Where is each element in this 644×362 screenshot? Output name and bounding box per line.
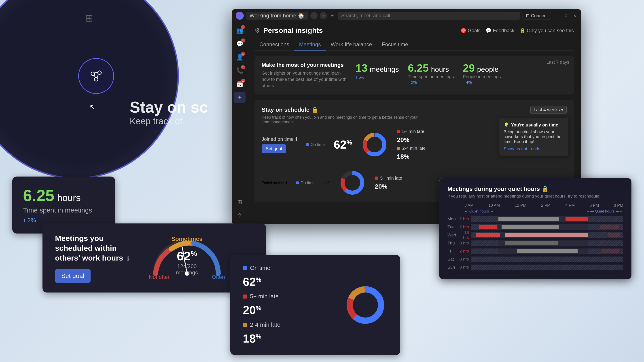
late-pct-5min: 20% (397, 136, 426, 143)
day-bars-tue (471, 224, 623, 230)
late-list: 5+ min late 20% 2-4 min late 18% (397, 129, 426, 160)
bulb-icon: 💡 (504, 122, 509, 128)
svg-point-2 (94, 77, 98, 81)
maximize-button[interactable]: □ (564, 13, 569, 18)
ended-label: Ended on time ℹ (262, 181, 287, 185)
hours-value: 6.25 (23, 187, 54, 204)
set-goal-button[interactable]: Set goal (55, 269, 90, 283)
not-often-label: Not often (149, 274, 170, 280)
schedule-lock-icon: 🔒 (311, 106, 318, 113)
insight-bubble: 💡 You're usually on time Being punctual … (499, 118, 568, 156)
day-row-thu: Thu 0 hrs (448, 240, 623, 247)
goals-button[interactable]: 🎯 Goals (460, 28, 480, 33)
day-row-tue: Tue 2 hrs (448, 223, 623, 231)
minimize-button[interactable]: — (555, 13, 560, 18)
banner-text: Make the most of your meetings Get insig… (262, 62, 346, 89)
day-bars-wed (471, 232, 623, 238)
tab-focus[interactable]: Focus time (377, 39, 413, 50)
period-dropdown[interactable]: Last 4 weeks ▾ (530, 106, 567, 114)
late2-pct: 18% (243, 332, 332, 345)
hours-trend: ↑ 2% (23, 217, 104, 224)
day-row-fri: Fri 2 hrs (448, 248, 623, 255)
lock-icon: 🔒 (520, 28, 526, 33)
ontime-stats: On time 62% 5+ min late 20% 2-4 min late… (243, 265, 332, 345)
late5-pct: 20% (243, 304, 332, 317)
nav-tabs: Connections Meetings Work-life balance F… (254, 39, 574, 51)
late2-dot (243, 323, 247, 327)
insights-icon (87, 67, 105, 85)
ended-late-list: 5+ min late 20% (375, 176, 402, 190)
gauge-sub: 124/200 meetings (168, 263, 206, 276)
close-button[interactable]: ✕ (572, 13, 577, 18)
connect-icon: ⊡ (526, 13, 530, 18)
late5-dot (243, 295, 247, 299)
insights-nav-icon[interactable] (78, 58, 114, 94)
trend-arrow: ↑ (23, 217, 26, 223)
page-header: ⚙ Personal insights 🎯 Goals 💬 Feedback 🔒… (254, 26, 574, 35)
on-time-label-block: On time (306, 142, 325, 147)
window-controls: — □ ✕ (555, 13, 577, 18)
quiet-hours-card: Meetings during your quiet hours 🔒 If yo… (439, 178, 632, 279)
quiet-lock-icon: 🔒 (542, 185, 549, 192)
ended-label-block: Ended on time ℹ (262, 181, 287, 185)
stat-meetings: 13 meetings ↑ 6% (356, 62, 399, 80)
grid-icon: ⊞ (85, 12, 93, 24)
ended-late-item: 5+ min late (375, 176, 402, 181)
day-row-mon: Mon 2 hrs (448, 215, 623, 223)
banner-title: Make the most of your meetings (262, 62, 346, 68)
day-row-sat: Sat 0 hrs (448, 256, 623, 263)
sidebar-item-chat[interactable]: 💬 1 (234, 38, 246, 50)
joined-set-goal-button[interactable]: Set goal (262, 144, 286, 153)
sidebar-item-activity[interactable]: 👥 1 (234, 24, 246, 36)
mouse-cursor: ↖ (90, 103, 96, 111)
user-avatar (236, 12, 244, 20)
search-input[interactable] (338, 12, 520, 20)
show-trends-link[interactable]: Show recent trends (504, 146, 540, 151)
app-sidebar: 👥 1 💬 1 👤 1 📞 1 📅 1 ✦ ⊞ ? (232, 22, 247, 224)
schedule-desc: Keep track of how often you join and end… (262, 115, 418, 124)
tab-connections[interactable]: Connections (254, 39, 294, 50)
tab-worklife[interactable]: Work-life balance (326, 39, 377, 50)
joined-donut (361, 131, 388, 158)
sometimes-label: Sometimes (172, 236, 202, 242)
quiet-hours-title: Meetings during your quiet hours 🔒 (448, 185, 623, 192)
ontime-card: On time 62% 5+ min late 20% 2-4 min late… (230, 255, 400, 355)
last-label: Last 7 days (546, 60, 569, 65)
sidebar-item-calendar[interactable]: 📅 1 (234, 78, 246, 90)
joined-label-block: Joined on time ℹ Set goal (262, 136, 297, 153)
tab-title[interactable]: Working from home 🏠 (246, 12, 308, 20)
late-pct-2min: 18% (397, 153, 426, 160)
banner-desc: Get insights on your meetings and learn … (262, 70, 346, 89)
stat-people: 29 people People in meetings ↑ 4% (463, 62, 501, 85)
sidebar-item-insights[interactable]: ✦ (234, 92, 246, 103)
ended-on-time-label: On time (296, 181, 314, 185)
gauge-pct: 62% (168, 249, 206, 263)
hours-label: Time spent in meetings (23, 206, 104, 214)
feedback-button[interactable]: 💬 Feedback (486, 28, 514, 33)
day-bars-sat (471, 257, 623, 262)
settings-gear-icon: ⚙ (254, 27, 260, 34)
day-bars-thu (471, 240, 623, 246)
stats-banner: Make the most of your meetings Get insig… (254, 56, 574, 94)
visibility-note: 🔒 Only you can see this (520, 28, 574, 33)
info-icon-joined: ℹ (296, 136, 297, 142)
info-icon-ended: ℹ (286, 181, 287, 185)
schedule-title: Stay on schedule 🔒 (262, 106, 318, 113)
forward-button[interactable]: › (320, 12, 327, 19)
insights-sidebar-icon: ✦ (237, 94, 242, 101)
insight-body: Being punctual shows your coworkers that… (504, 129, 564, 144)
sidebar-item-help[interactable]: ? (234, 210, 246, 221)
sidebar-item-apps[interactable]: ⊞ (234, 196, 246, 208)
back-button[interactable]: ‹ (310, 12, 318, 19)
ended-late-pct: 20% (375, 183, 402, 190)
chevron-down-icon: ▾ (561, 107, 563, 112)
connect-button[interactable]: ⊡ Connect (522, 12, 551, 19)
ontime-pct: 62% (243, 275, 332, 289)
tab-meetings[interactable]: Meetings (294, 39, 326, 50)
late-item-5min: 5+ min late (397, 129, 426, 134)
ended-pct: 62% (324, 180, 330, 185)
sidebar-item-people[interactable]: 👤 1 (234, 51, 246, 63)
sidebar-item-calls[interactable]: 📞 1 (234, 65, 246, 76)
time-header: 8 AM 10 AM 12 PM 2 PM 4 PM 6 PM 8 PM (448, 203, 623, 208)
new-tab-button[interactable]: + (329, 12, 336, 19)
